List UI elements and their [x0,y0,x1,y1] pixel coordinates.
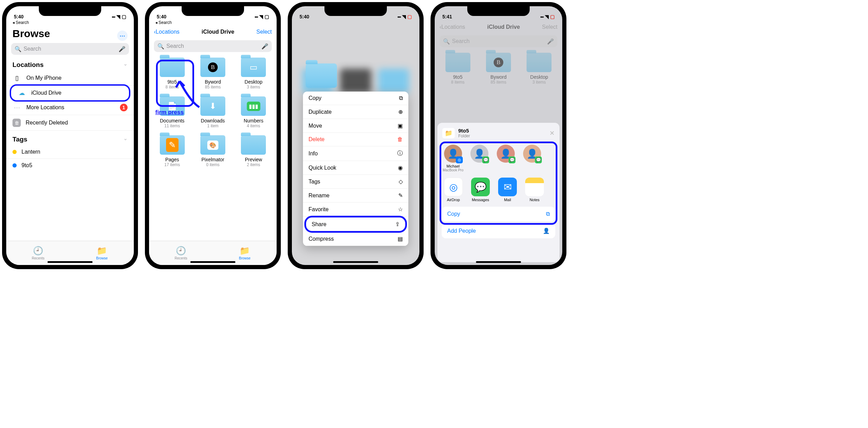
badge: 1 [120,104,128,111]
clock-icon: 🕘 [33,246,43,256]
more-button[interactable]: ⋯ [117,31,128,41]
tags-header[interactable]: Tags⌄ [6,131,134,145]
context-menu: Copy⧉Duplicate⊕Move▣Delete🗑InfoⓘQuick Lo… [303,92,408,246]
search-input[interactable]: 🔍 Search 🎤 [11,43,129,55]
annotation-label: firm press [155,109,184,116]
tag-9to5[interactable]: 9to5 [6,159,134,172]
home-indicator[interactable] [333,261,378,263]
select-button[interactable]: Select [257,29,272,35]
location-more[interactable]: ⋯ More Locations 1 [6,100,134,115]
ctx-info[interactable]: Infoⓘ [303,146,408,161]
folder-item[interactable]: ▭Desktop3 items [233,55,274,94]
search-icon: 🔍 [15,46,21,52]
ctx-icon: ⓘ [397,150,403,157]
folder-icon: 📁 [442,128,455,138]
tag-dot-icon [12,150,17,154]
signal-icon [112,14,115,19]
mic-icon[interactable]: 🎤 [261,43,268,50]
folder-icon: 📁 [240,246,250,256]
folder-icon: 📁 [97,246,107,256]
close-button[interactable]: ✕ [549,129,555,137]
phone-icon: ▯ [12,74,21,82]
ctx-icon: ✎ [398,192,403,199]
ctx-icon: ▣ [398,122,403,129]
clock-icon: 🕘 [176,246,186,256]
ctx-icon: ⊕ [398,109,403,115]
nav-bar: ‹ Locations iCloud Drive Select [149,25,277,39]
home-indicator[interactable] [47,261,93,263]
ctx-quick-look[interactable]: Quick Look◉ [303,161,408,175]
back-search-link[interactable]: ◂ Search [6,20,134,25]
battery-icon: ▢ [122,14,126,19]
wifi-icon: ◥ [402,14,406,19]
ctx-delete[interactable]: Delete🗑 [303,133,408,146]
share-action-add-people[interactable]: Add People👤 [442,223,555,238]
home-indicator[interactable] [190,261,235,263]
location-icloud-drive[interactable]: ☁︎ iCloud Drive [10,84,130,102]
chevron-down-icon: ⌄ [123,61,128,69]
back-search-link[interactable]: ◂ Search [149,20,277,25]
wifi-icon: ◥ [259,14,263,19]
ctx-rename[interactable]: Rename✎ [303,189,408,203]
tag-lantern[interactable]: Lantern [6,145,134,159]
ctx-copy[interactable]: Copy⧉ [303,92,408,105]
trash-icon: 🗑 [12,119,21,127]
annotation-arrow-icon [170,74,205,112]
ctx-tags[interactable]: Tags◇ [303,175,408,189]
ctx-icon: ☆ [398,206,403,213]
share-sheet: 📁 9to5Folder ✕ 👤◎MichaelMacBook Pro👤💬👤💬👤… [437,123,559,262]
ctx-icon: ◉ [398,164,403,171]
back-button[interactable]: ‹ Locations [154,29,180,35]
ctx-icon: ◇ [399,178,403,185]
wifi-icon: ◥ [116,14,120,19]
ctx-icon: 🗑 [397,136,403,143]
ctx-share[interactable]: Share⇪ [304,216,407,233]
mic-icon[interactable]: 🎤 [119,46,125,52]
chevron-down-icon: ⌄ [123,136,128,143]
recently-deleted[interactable]: 🗑 Recently Deleted [6,115,134,131]
folder-item[interactable]: Preview2 items [233,133,274,172]
folder-item[interactable]: ✎Pages17 items [152,133,192,172]
folder-item[interactable]: ▮▮▮Numbers4 items [233,94,274,133]
folder-item[interactable]: 🎨Pixelmator0 items [192,133,233,172]
ctx-move[interactable]: Move▣ [303,119,408,133]
ctx-icon: ⇪ [395,221,400,228]
ctx-icon: ⧉ [399,95,403,101]
folder-preview [306,63,337,88]
home-indicator[interactable] [476,261,521,263]
battery-low-icon: ▢ [407,14,412,19]
signal-icon [397,14,401,19]
share-header: 📁 9to5Folder ✕ [437,126,559,142]
person-icon: 👤 [543,228,550,234]
location-on-iphone[interactable]: ▯ On My iPhone [6,71,134,86]
signal-icon [254,14,258,19]
search-input[interactable]: 🔍 Search 🎤 [154,40,272,52]
cloud-icon: ☁︎ [17,89,26,97]
locations-header[interactable]: Locations⌄ [6,56,134,71]
tag-dot-icon [12,163,17,168]
ellipsis-icon: ⋯ [12,104,21,111]
ctx-duplicate[interactable]: Duplicate⊕ [303,105,408,119]
battery-icon: ▢ [264,14,269,19]
page-title: Browse [6,25,134,42]
nav-title: iCloud Drive [180,29,257,35]
ctx-compress[interactable]: Compress▤ [303,232,408,246]
search-icon: 🔍 [157,43,164,50]
ctx-icon: ▤ [398,236,403,242]
ctx-favorite[interactable]: Favorite☆ [303,203,408,216]
